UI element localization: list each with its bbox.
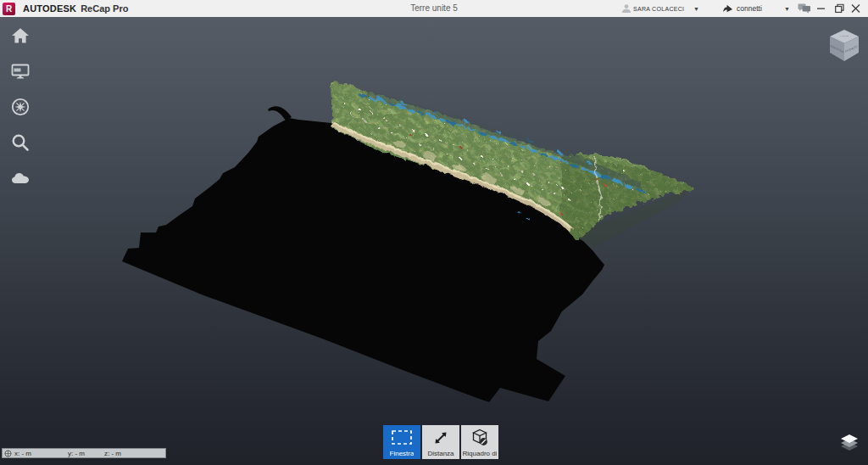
house-point	[593, 176, 595, 177]
house-point	[559, 185, 561, 187]
house-point	[424, 132, 426, 134]
title-bar: R AUTODESK ReCap Pro Terre unite 5 SARA …	[0, 0, 868, 17]
riquadro-button[interactable]: Riquadro di	[461, 425, 498, 459]
bottom-toolbar: Finestra Distanza	[383, 425, 498, 459]
product-label: ReCap Pro	[81, 3, 128, 14]
home-icon[interactable]	[10, 25, 31, 46]
viewcube-top-label: ALTO	[840, 35, 849, 37]
house-point	[465, 148, 466, 149]
house-point	[356, 106, 358, 108]
house-point	[526, 182, 527, 183]
house-point	[512, 176, 514, 178]
connect-label[interactable]: connetti	[737, 4, 762, 13]
house-point	[603, 182, 604, 184]
house-point	[342, 102, 344, 104]
recap-logo-icon: R	[3, 3, 15, 15]
house-point	[410, 127, 412, 129]
house-point	[539, 187, 541, 188]
house-point	[566, 197, 568, 199]
house-point	[492, 158, 493, 160]
monitor-icon[interactable]	[10, 61, 31, 81]
coord-x: x: - m	[14, 450, 31, 457]
house-point	[397, 122, 398, 124]
compass-icon[interactable]	[10, 97, 31, 117]
house-point	[390, 131, 392, 132]
cloud-icon[interactable]	[10, 168, 31, 188]
house-point	[451, 143, 453, 144]
connect-icon	[722, 3, 733, 14]
house-point	[403, 136, 405, 137]
house-point	[632, 188, 633, 190]
chat-icon[interactable]	[798, 3, 811, 14]
house-point	[546, 180, 548, 182]
coord-y: y: - m	[68, 450, 85, 457]
search-icon[interactable]	[10, 132, 31, 153]
left-sidebar	[10, 25, 31, 204]
house-point	[623, 170, 625, 171]
point-cloud-scene[interactable]	[0, 17, 868, 465]
account-name[interactable]: SARA COLACECI	[633, 6, 684, 12]
account-chevron-down-icon[interactable]: ▼	[693, 6, 699, 12]
coord-z: z: - m	[104, 450, 121, 457]
clip-box-icon	[461, 425, 498, 450]
layers-icon[interactable]	[837, 431, 862, 455]
close-button[interactable]	[851, 4, 860, 14]
house-point	[471, 161, 473, 163]
distance-arrow-icon	[422, 425, 459, 450]
house-point	[519, 168, 520, 170]
connect-chevron-down-icon[interactable]: ▼	[784, 6, 790, 12]
point-cloud-hook	[268, 106, 292, 120]
house-point	[458, 156, 459, 158]
brand-label: AUTODESK	[23, 3, 76, 14]
house-point	[458, 144, 459, 146]
recap-window: R AUTODESK ReCap Pro Terre unite 5 SARA …	[0, 0, 868, 465]
house-point	[553, 192, 554, 193]
user-icon	[621, 3, 632, 14]
house-point	[363, 119, 364, 120]
house-point	[383, 117, 385, 119]
house-point	[349, 112, 351, 114]
coordinate-status-bar: x: - m y: - m z: - m	[2, 448, 166, 458]
house-point	[498, 171, 500, 173]
viewport-3d[interactable]: ALTO SINISTRA FRONTE Finestra	[0, 17, 868, 465]
house-point	[370, 110, 371, 112]
distanza-button[interactable]: Distanza	[422, 425, 459, 459]
view-cube[interactable]: ALTO SINISTRA FRONTE	[824, 25, 865, 66]
finestra-button[interactable]: Finestra	[383, 425, 420, 459]
house-point	[532, 173, 534, 175]
coordinate-icon	[4, 450, 12, 457]
restore-button[interactable]	[835, 4, 844, 14]
house-point	[478, 153, 480, 154]
marquee-window-icon	[383, 425, 420, 450]
house-point	[376, 126, 378, 127]
house-point	[559, 211, 560, 213]
house-point	[431, 146, 432, 148]
minimize-button[interactable]	[817, 4, 826, 13]
house-point	[407, 132, 409, 133]
house-point	[505, 163, 507, 165]
house-point	[444, 151, 446, 153]
house-point	[417, 142, 419, 143]
house-point	[437, 137, 439, 139]
house-point	[485, 166, 487, 168]
